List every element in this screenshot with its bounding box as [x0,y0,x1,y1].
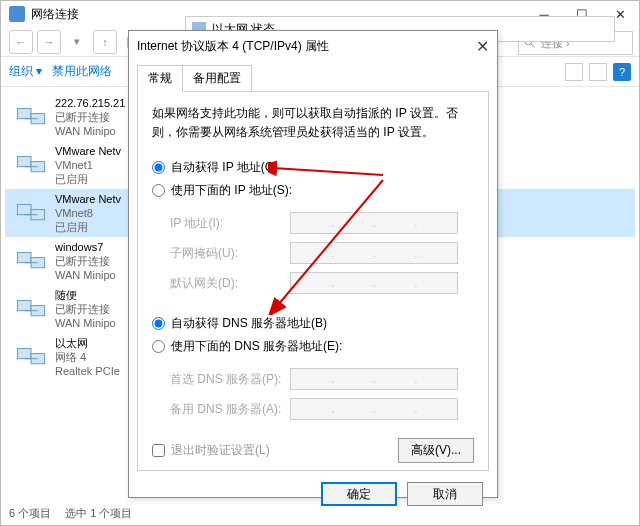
validate-checkbox-row[interactable]: 退出时验证设置(L) [152,442,270,459]
disable-device-button[interactable]: 禁用此网络 [52,63,112,80]
view-detail-icon[interactable] [589,63,607,81]
conn-status: 已断开连接 [55,302,116,316]
svg-rect-3 [17,109,31,119]
organize-button[interactable]: 组织 ▾ [9,63,42,80]
window-title: 网络连接 [31,6,79,23]
gateway-label: 默认网关(D): [170,275,290,292]
radio-auto-ip-input[interactable] [152,161,165,174]
svg-rect-12 [17,253,31,263]
dialog-title: Internet 协议版本 4 (TCP/IPv4) 属性 [137,38,329,55]
subnet-mask-input[interactable] [290,242,458,264]
radio-auto-dns[interactable]: 自动获得 DNS 服务器地址(B) [152,312,474,335]
item-count: 6 个项目 [9,506,51,521]
conn-device: 已启用 [55,220,121,234]
dialog-footer: 确定 取消 [129,472,497,516]
conn-name: windows7 [55,240,116,254]
back-button[interactable]: ← [9,30,33,54]
up-button[interactable]: ↑ [93,30,117,54]
advanced-button[interactable]: 高级(V)... [398,438,474,463]
radio-auto-ip[interactable]: 自动获得 IP 地址(O) [152,156,474,179]
conn-status: VMnet1 [55,158,121,172]
svg-rect-9 [17,205,31,215]
ipv4-properties-dialog: Internet 协议版本 4 (TCP/IPv4) 属性 ✕ 常规 备用配置 … [128,30,498,498]
cancel-button[interactable]: 取消 [407,482,483,506]
conn-status: 已断开连接 [55,254,116,268]
conn-name: VMware Netv [55,144,121,158]
conn-device: Realtek PCIe [55,364,120,378]
radio-manual-dns-input[interactable] [152,340,165,353]
ok-button[interactable]: 确定 [321,482,397,506]
close-icon[interactable]: ✕ [476,37,489,56]
conn-name: 随便 [55,288,116,302]
history-dropdown[interactable]: ▾ [65,30,89,54]
subnet-mask-label: 子网掩码(U): [170,245,290,262]
tab-strip: 常规 备用配置 [129,61,497,92]
preferred-dns-label: 首选 DNS 服务器(P): [170,371,290,388]
svg-rect-15 [17,301,31,311]
tab-general[interactable]: 常规 [137,65,183,92]
adapter-icon [11,145,51,185]
radio-manual-ip[interactable]: 使用下面的 IP 地址(S): [152,179,474,202]
description-text: 如果网络支持此功能，则可以获取自动指派的 IP 设置。否则，你需要从网络系统管理… [152,104,474,142]
forward-button[interactable]: → [37,30,61,54]
conn-device: WAN Minipo [55,124,125,138]
validate-checkbox[interactable] [152,444,165,457]
alternate-dns-input[interactable] [290,398,458,420]
conn-status: VMnet8 [55,206,121,220]
conn-device: WAN Minipo [55,268,116,282]
ip-address-label: IP 地址(I): [170,215,290,232]
adapter-icon [11,97,51,137]
alternate-dns-label: 备用 DNS 服务器(A): [170,401,290,418]
adapter-icon [11,193,51,233]
conn-device: WAN Minipo [55,316,116,330]
svg-rect-6 [17,157,31,167]
view-list-icon[interactable] [565,63,583,81]
radio-manual-dns[interactable]: 使用下面的 DNS 服务器地址(E): [152,335,474,358]
ip-address-input[interactable] [290,212,458,234]
conn-status: 网络 4 [55,350,120,364]
svg-rect-18 [17,349,31,359]
dialog-titlebar: Internet 协议版本 4 (TCP/IPv4) 属性 ✕ [129,31,497,61]
conn-name: VMware Netv [55,192,121,206]
dialog-body: 如果网络支持此功能，则可以获取自动指派的 IP 设置。否则，你需要从网络系统管理… [137,91,489,471]
conn-status: 已断开连接 [55,110,125,124]
preferred-dns-input[interactable] [290,368,458,390]
conn-name: 以太网 [55,336,120,350]
conn-name: 222.76.215.21 [55,96,125,110]
svg-line-2 [531,44,535,48]
network-icon [9,6,25,22]
tab-alternate[interactable]: 备用配置 [182,65,252,92]
adapter-icon [11,241,51,281]
gateway-input[interactable] [290,272,458,294]
adapter-icon [11,337,51,377]
selected-count: 选中 1 个项目 [65,506,132,521]
help-icon[interactable]: ? [613,63,631,81]
radio-manual-ip-input[interactable] [152,184,165,197]
conn-device: 已启用 [55,172,121,186]
adapter-icon [11,289,51,329]
radio-auto-dns-input[interactable] [152,317,165,330]
